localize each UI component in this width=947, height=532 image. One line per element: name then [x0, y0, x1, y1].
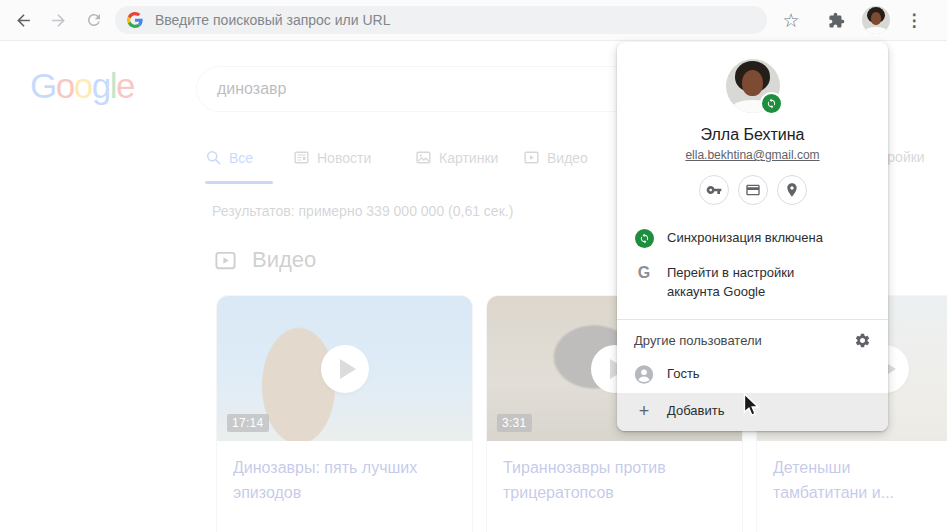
video-section-header: Видео	[214, 247, 316, 273]
sync-icon	[635, 229, 654, 248]
sync-badge-icon	[760, 92, 783, 115]
tab-images[interactable]: Картинки	[415, 149, 498, 166]
video-section-icon	[214, 249, 237, 272]
video-title[interactable]: Детеныши тамбатитани и...	[757, 441, 929, 521]
menu-button[interactable]: ⋮	[899, 12, 929, 29]
google-g-icon	[127, 12, 143, 28]
guest-row[interactable]: Гость	[617, 356, 888, 393]
images-icon	[415, 149, 432, 166]
google-logo-letter: G	[30, 66, 56, 105]
account-settings-label: Перейти в настройки аккаунта Google	[667, 264, 817, 302]
video-title[interactable]: Тираннозавры против трицератопсов	[487, 441, 742, 521]
forward-arrow-icon	[49, 11, 68, 30]
toolbar-avatar	[862, 6, 890, 34]
video-card[interactable]: 17:14 Динозавры: пять лучших эпизодов	[216, 295, 473, 532]
tab-videos[interactable]: Видео	[523, 149, 588, 166]
search-query: динозавр	[217, 80, 286, 98]
plus-icon: +	[639, 402, 650, 420]
users-settings-button[interactable]	[854, 332, 871, 349]
tab-label: Все	[229, 150, 253, 166]
video-section-title: Видео	[252, 247, 316, 273]
google-g-letter-icon: G	[638, 265, 650, 281]
url-input[interactable]	[153, 11, 755, 29]
credit-card-icon	[745, 182, 761, 198]
sync-status-row[interactable]: Синхронизация включена	[617, 221, 888, 256]
google-logo-letter: g	[92, 66, 110, 105]
browser-toolbar: ☆ ⋮	[0, 0, 947, 41]
star-icon: ☆	[782, 11, 799, 30]
profile-avatar	[726, 59, 780, 113]
payments-button[interactable]	[738, 175, 768, 205]
gear-icon	[854, 332, 871, 349]
other-users-header: Другие пользователи	[617, 320, 888, 356]
forward-button[interactable]	[41, 2, 76, 38]
tab-label: Картинки	[439, 150, 498, 166]
tab-all[interactable]: Все	[205, 149, 253, 166]
active-tab-underline	[205, 181, 273, 184]
address-bar[interactable]	[115, 6, 767, 34]
results-stats: Результатов: примерно 339 000 000 (0,61 …	[212, 203, 513, 219]
kebab-menu-icon: ⋮	[906, 12, 923, 29]
add-user-row[interactable]: + Добавить	[617, 393, 888, 431]
google-logo-letter: o	[56, 66, 74, 105]
google-logo: Google	[30, 66, 134, 106]
key-icon	[706, 182, 722, 198]
profile-menu: Элла Бехтина ella.bekhtina@gmail.com Син…	[617, 42, 888, 431]
bookmark-star-button[interactable]: ☆	[775, 11, 807, 30]
passwords-button[interactable]	[699, 175, 729, 205]
extensions-button[interactable]	[821, 12, 851, 29]
refresh-button[interactable]	[76, 2, 111, 38]
profile-email: ella.bekhtina@gmail.com	[617, 148, 888, 162]
video-thumbnail: 17:14	[217, 296, 472, 441]
tab-news[interactable]: Новости	[293, 149, 371, 166]
refresh-icon	[85, 11, 103, 29]
video-icon	[523, 149, 540, 166]
browser-window: ☆ ⋮ Google динозавр Все Новости	[0, 0, 947, 532]
tab-label: Видео	[547, 150, 588, 166]
puzzle-icon	[828, 12, 845, 29]
video-title[interactable]: Динозавры: пять лучших эпизодов	[217, 441, 472, 521]
google-logo-letter: o	[74, 66, 92, 105]
google-logo-letter: e	[116, 66, 134, 105]
guest-icon	[634, 364, 654, 385]
profile-name: Элла Бехтина	[617, 126, 888, 144]
other-users-label: Другие пользователи	[634, 333, 762, 348]
guest-label: Гость	[667, 365, 700, 384]
addresses-button[interactable]	[777, 175, 807, 205]
back-button[interactable]	[6, 2, 41, 38]
search-icon	[205, 149, 222, 166]
profile-avatar-button[interactable]	[861, 6, 891, 34]
profile-shortcuts	[617, 175, 888, 205]
tab-label: Новости	[317, 150, 371, 166]
news-icon	[293, 149, 310, 166]
video-duration-badge: 3:31	[497, 414, 532, 432]
sync-status-label: Синхронизация включена	[667, 229, 823, 248]
profile-menu-items: Синхронизация включена G Перейти в настр…	[617, 221, 888, 431]
play-button[interactable]	[321, 345, 369, 393]
google-account-settings-row[interactable]: G Перейти в настройки аккаунта Google	[617, 256, 888, 310]
location-pin-icon	[784, 182, 800, 198]
video-duration-badge: 17:14	[227, 414, 269, 432]
back-arrow-icon	[14, 11, 33, 30]
add-user-label: Добавить	[667, 402, 724, 421]
